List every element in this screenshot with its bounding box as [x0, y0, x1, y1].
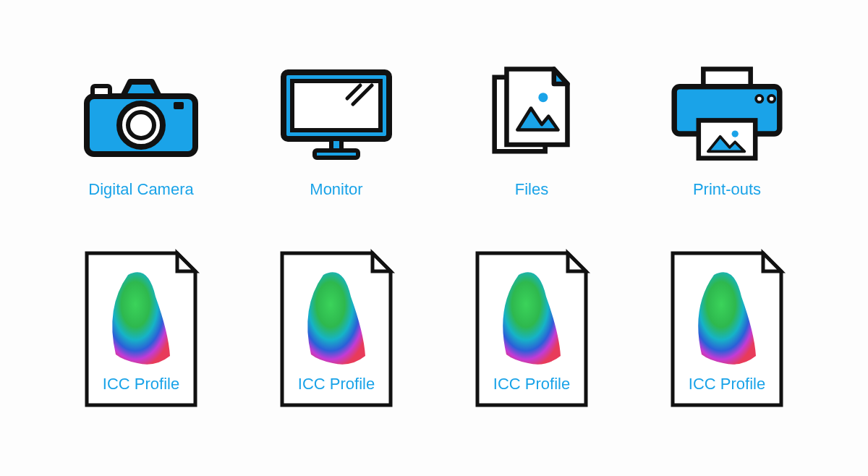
- icc-profile-icon: ICC Profile: [463, 242, 600, 416]
- icc-profile-icon: ICC Profile: [268, 242, 405, 416]
- printer-icon: [665, 60, 788, 169]
- profile-doc-label: ICC Profile: [298, 375, 375, 393]
- icc-profile-icon: ICC Profile: [658, 242, 796, 416]
- device-printer-label: Print-outs: [693, 180, 761, 199]
- profile-doc-3: ICC Profile: [644, 242, 810, 416]
- camera-icon: [80, 60, 203, 169]
- profile-doc-label: ICC Profile: [103, 375, 179, 393]
- device-camera-label: Digital Camera: [88, 180, 194, 199]
- svg-rect-2: [174, 102, 184, 109]
- profile-doc-1: ICC Profile: [253, 242, 420, 416]
- profile-doc-label: ICC Profile: [689, 375, 765, 393]
- profiles-row: ICC Profile ICC: [58, 242, 810, 416]
- profile-doc-label: ICC Profile: [493, 375, 570, 393]
- device-monitor: Monitor: [253, 60, 420, 199]
- svg-point-11: [538, 93, 548, 102]
- svg-point-17: [732, 130, 739, 137]
- svg-rect-10: [315, 150, 358, 158]
- device-monitor-label: Monitor: [310, 180, 362, 199]
- icc-profile-icon: ICC Profile: [72, 242, 210, 416]
- svg-point-15: [768, 95, 775, 102]
- device-printer: Print-outs: [644, 60, 810, 199]
- profile-doc-2: ICC Profile: [448, 242, 615, 416]
- monitor-icon: [275, 60, 398, 169]
- files-icon: [470, 60, 593, 169]
- svg-point-14: [756, 95, 762, 102]
- device-files-label: Files: [515, 180, 548, 199]
- profile-doc-0: ICC Profile: [58, 242, 224, 416]
- device-files: Files: [448, 60, 615, 199]
- svg-rect-1: [93, 86, 110, 96]
- device-camera: Digital Camera: [58, 60, 224, 199]
- devices-row: Digital Camera Monitor: [58, 60, 810, 199]
